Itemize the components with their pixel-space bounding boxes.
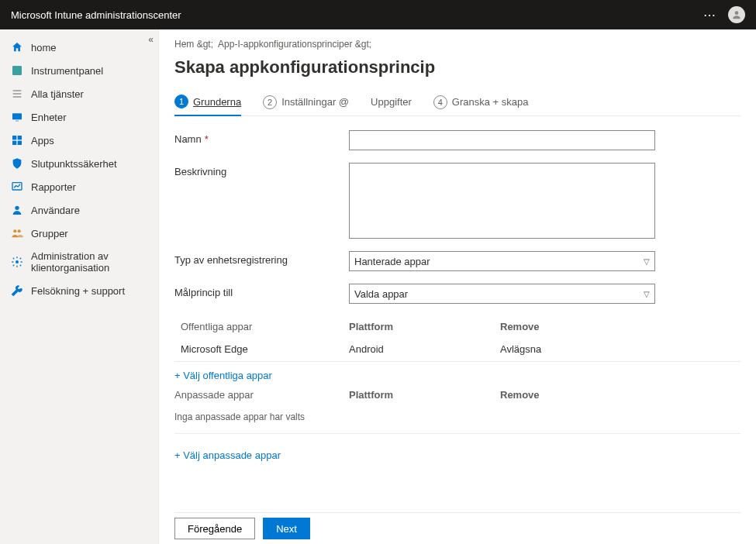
- app-title: Microsoft Intune administrationscenter: [11, 9, 181, 21]
- svg-rect-9: [12, 141, 16, 145]
- dashboard-icon: [11, 64, 23, 77]
- sidebar-item-troubleshooting[interactable]: Felsökning + support: [0, 279, 158, 302]
- target-policy-label: Målprincip till: [174, 284, 349, 298]
- sidebar-item-label: Enheter: [31, 112, 67, 123]
- admin-icon: [11, 256, 23, 268]
- list-icon: [11, 88, 23, 100]
- chevron-down-icon: ▽: [644, 257, 650, 266]
- svg-rect-1: [12, 66, 22, 75]
- sidebar-item-apps[interactable]: Apps: [0, 129, 158, 152]
- sidebar-item-endpoint-security[interactable]: Slutpunktssäkerhet: [0, 152, 158, 175]
- col-custom-apps: Anpassade appar: [174, 389, 349, 401]
- sidebar-item-users[interactable]: Användare: [0, 198, 158, 222]
- sidebar-item-label: Instrumentpanel: [31, 65, 103, 77]
- sidebar-item-label: Apps: [31, 135, 54, 146]
- svg-rect-6: [16, 121, 19, 122]
- col-public-apps: Offentliga appar: [174, 321, 349, 332]
- sidebar-item-groups[interactable]: Grupper: [0, 222, 158, 245]
- step-label: Inställningar @: [281, 96, 349, 108]
- public-app-row: Microsoft Edge Android Avlägsna: [174, 337, 740, 362]
- name-input[interactable]: [349, 130, 655, 150]
- col-platform: Plattform: [349, 389, 500, 401]
- col-platform: Plattform: [349, 321, 500, 332]
- public-apps-header: Offentliga appar Plattform Remove: [174, 316, 740, 337]
- sidebar: « home Instrumentpanel Alla tjänster Enh…: [0, 29, 159, 544]
- group-icon: [11, 227, 23, 239]
- sidebar-collapse-icon[interactable]: «: [148, 34, 154, 45]
- wizard-footer: Föregående Next: [174, 512, 740, 544]
- sidebar-item-dashboard[interactable]: Instrumentpanel: [0, 59, 158, 82]
- reports-icon: [11, 181, 23, 193]
- shield-icon: [11, 157, 23, 170]
- sidebar-item-label: Grupper: [31, 228, 68, 239]
- top-bar: Microsoft Intune administrationscenter ⋯: [0, 0, 756, 29]
- sidebar-item-reports[interactable]: Rapporter: [0, 175, 158, 198]
- page-title: Skapa appkonfigurationsprincip: [174, 57, 740, 77]
- select-value: Hanterade appar: [354, 256, 430, 267]
- app-name: Microsoft Edge: [174, 343, 349, 355]
- select-value: Valda appar: [354, 288, 408, 300]
- sidebar-item-home[interactable]: home: [0, 36, 158, 59]
- wizard-steps: 1 Grunderna 2 Inställningar @ Uppgifter …: [174, 95, 740, 116]
- user-icon: [11, 204, 23, 216]
- add-custom-apps-link[interactable]: + Välj anpassade appar: [174, 442, 740, 464]
- step-basics[interactable]: 1 Grunderna: [174, 95, 241, 116]
- sidebar-item-devices[interactable]: Enheter: [0, 105, 158, 129]
- step-number: 4: [433, 95, 447, 109]
- step-settings[interactable]: 2 Inställningar @: [263, 95, 349, 115]
- svg-rect-5: [12, 113, 22, 119]
- target-policy-select[interactable]: Valda appar ▽: [349, 284, 655, 304]
- step-assignments[interactable]: Uppgifter: [371, 96, 412, 114]
- sidebar-item-tenant-admin[interactable]: Administration av klientorganisation: [0, 245, 158, 279]
- device-icon: [11, 111, 23, 123]
- avatar[interactable]: [728, 6, 745, 23]
- sidebar-item-label: Administration av klientorganisation: [31, 250, 147, 274]
- topbar-right: ⋯: [703, 6, 745, 23]
- description-label: Beskrivning: [174, 163, 349, 177]
- add-public-apps-link[interactable]: + Välj offentliga appar: [174, 362, 740, 384]
- svg-rect-7: [12, 136, 16, 139]
- next-button[interactable]: Next: [263, 518, 310, 539]
- sidebar-item-label: home: [31, 42, 57, 53]
- svg-point-13: [13, 229, 16, 232]
- name-label: Namn*: [174, 130, 349, 145]
- sidebar-item-label: Rapporter: [31, 181, 76, 193]
- breadcrumb: Hem &gt; App-I-appkonfigurationsprincipe…: [174, 39, 740, 50]
- step-label: Uppgifter: [371, 96, 412, 108]
- apps-icon: [11, 134, 23, 146]
- sidebar-item-label: Användare: [31, 205, 80, 216]
- description-textarea[interactable]: [349, 163, 655, 239]
- main-content: Hem &gt; App-I-appkonfigurationsprincipe…: [159, 29, 756, 544]
- device-registration-label: Typ av enhetsregistrering: [174, 251, 349, 266]
- sidebar-item-label: Slutpunktssäkerhet: [31, 158, 117, 170]
- svg-rect-10: [18, 141, 22, 145]
- sidebar-item-label: Alla tjänster: [31, 88, 84, 100]
- svg-point-12: [15, 206, 19, 210]
- svg-point-15: [16, 260, 19, 263]
- more-icon[interactable]: ⋯: [703, 8, 717, 22]
- custom-apps-header: Anpassade appar Plattform Remove: [174, 384, 740, 405]
- wrench-icon: [11, 284, 23, 297]
- app-platform: Android: [349, 343, 500, 355]
- col-remove: Remove: [500, 389, 740, 401]
- home-icon: [11, 41, 23, 53]
- divider: [174, 433, 740, 434]
- device-registration-select[interactable]: Hanterade appar ▽: [349, 251, 655, 271]
- app-remove-link[interactable]: Avlägsna: [500, 343, 740, 355]
- svg-point-14: [18, 229, 21, 232]
- previous-button[interactable]: Föregående: [174, 518, 255, 539]
- breadcrumb-link[interactable]: Hem: [174, 39, 194, 50]
- sidebar-item-label: Felsökning + support: [31, 285, 125, 297]
- step-review[interactable]: 4 Granska + skapa: [433, 95, 529, 115]
- step-number: 1: [174, 95, 188, 108]
- svg-point-0: [735, 11, 739, 15]
- chevron-down-icon: ▽: [644, 290, 650, 298]
- breadcrumb-link[interactable]: App-I-appkonfigurationsprinciper: [218, 39, 352, 50]
- step-label: Grunderna: [193, 96, 241, 108]
- col-remove: Remove: [500, 321, 740, 332]
- custom-apps-empty: Inga anpassade appar har valts: [174, 405, 740, 429]
- sidebar-item-all-services[interactable]: Alla tjänster: [0, 82, 158, 105]
- step-number: 2: [263, 95, 277, 109]
- step-label: Granska + skapa: [452, 96, 529, 108]
- svg-rect-8: [18, 136, 22, 139]
